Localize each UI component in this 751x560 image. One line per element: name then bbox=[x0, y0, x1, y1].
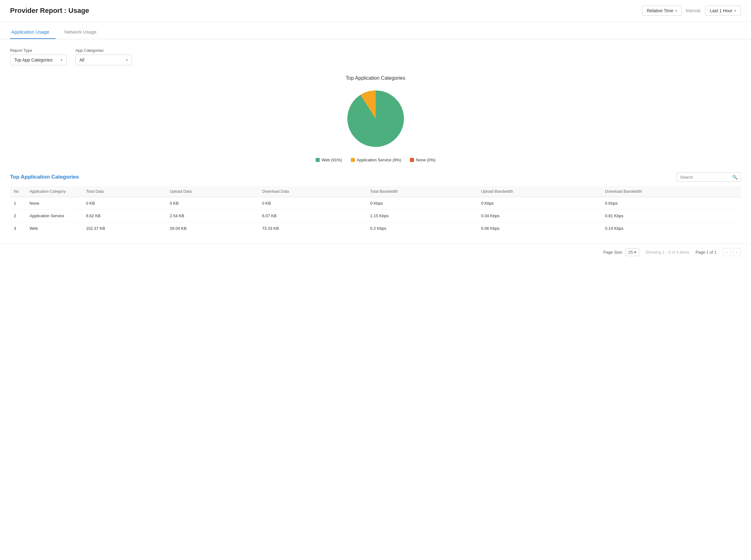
cell-download-bandwidth-0: 0 Kbps bbox=[601, 197, 741, 210]
relative-time-label: Relative Time bbox=[647, 8, 673, 13]
cell-no-1: 2 bbox=[10, 210, 26, 222]
page-header: Provider Report : Usage Relative Time ▾ … bbox=[0, 0, 751, 22]
table-row: 1 None 0 KB 0 KB 0 KB 0 Kbps 0 Kbps 0 Kb… bbox=[10, 197, 741, 210]
cell-upload-data-0: 0 KB bbox=[166, 197, 258, 210]
search-input[interactable] bbox=[680, 175, 730, 180]
cell-no-0: 1 bbox=[10, 197, 26, 210]
page-nav: ‹ › bbox=[723, 248, 741, 256]
chevron-down-icon: ▾ bbox=[675, 9, 677, 13]
cell-total-data-0: 0 KB bbox=[82, 197, 166, 210]
cell-category-1: Application Service bbox=[26, 210, 82, 222]
legend-color-web bbox=[316, 158, 320, 162]
cell-download-bandwidth-2: 0.14 Kbps bbox=[601, 222, 741, 235]
chevron-down-icon-4: ▾ bbox=[126, 58, 128, 62]
page-size-value: 25 bbox=[629, 250, 633, 255]
col-header-upload-data: Upload Data bbox=[166, 186, 258, 197]
table-head-row: No Application Category Total Data Uploa… bbox=[10, 186, 741, 197]
table-section: Top Application Categories 🔍 No Applicat… bbox=[10, 172, 741, 235]
report-type-filter: Report Type Top App Categories ▾ bbox=[10, 48, 66, 65]
pagination-bar: Page Size: 25 ▾ Showing 1 - 3 of 3 items… bbox=[0, 243, 751, 261]
legend-item-app-service: Application Service (9%) bbox=[351, 158, 401, 162]
col-header-no: No bbox=[10, 186, 26, 197]
page-size-label: Page Size: bbox=[603, 250, 623, 255]
app-categories-value: All bbox=[79, 57, 84, 62]
chart-title: Top Application Categories bbox=[346, 75, 405, 81]
legend-label-web: Web (91%) bbox=[322, 158, 342, 162]
cell-total-data-1: 8.62 KB bbox=[82, 210, 166, 222]
cell-total-bandwidth-2: 0.2 Kbps bbox=[367, 222, 477, 235]
col-header-upload-bandwidth: Upload Bandwidth bbox=[477, 186, 601, 197]
search-box[interactable]: 🔍 bbox=[677, 172, 741, 182]
cell-upload-bandwidth-1: 0.34 Kbps bbox=[477, 210, 601, 222]
page-size-select[interactable]: 25 ▾ bbox=[626, 248, 639, 256]
cell-upload-data-2: 29.04 KB bbox=[166, 222, 258, 235]
main-content: Report Type Top App Categories ▾ App Cat… bbox=[0, 39, 751, 243]
next-page-button[interactable]: › bbox=[733, 248, 741, 256]
app-categories-label: App Categories bbox=[75, 48, 132, 53]
interval-value: Last 1 Hour bbox=[710, 8, 732, 13]
app-categories-dropdown[interactable]: All ▾ bbox=[75, 55, 132, 65]
cell-download-data-1: 6.07 KB bbox=[258, 210, 366, 222]
chart-legend: Web (91%) Application Service (9%) None … bbox=[316, 158, 436, 162]
prev-page-button[interactable]: ‹ bbox=[723, 248, 731, 256]
report-type-value: Top App Categories bbox=[14, 57, 53, 62]
page-title: Provider Report : Usage bbox=[10, 6, 89, 15]
cell-download-bandwidth-1: 0.81 Kbps bbox=[601, 210, 741, 222]
report-type-label: Report Type bbox=[10, 48, 66, 53]
table-row: 2 Application Service 8.62 KB 2.54 KB 6.… bbox=[10, 210, 741, 222]
cell-total-bandwidth-1: 1.15 Kbps bbox=[367, 210, 477, 222]
legend-item-none: None (0%) bbox=[410, 158, 435, 162]
cell-upload-data-1: 2.54 KB bbox=[166, 210, 258, 222]
page-size-group: Page Size: 25 ▾ bbox=[603, 248, 639, 256]
legend-color-none bbox=[410, 158, 414, 162]
search-icon: 🔍 bbox=[732, 175, 737, 180]
page-label: Page 1 of 1 bbox=[696, 250, 717, 255]
pie-chart bbox=[344, 87, 407, 150]
col-header-download-bandwidth: Download Bandwidth bbox=[601, 186, 741, 197]
col-header-total-bandwidth: Total Bandwidth bbox=[367, 186, 477, 197]
chevron-down-icon-3: ▾ bbox=[61, 58, 62, 62]
legend-item-web: Web (91%) bbox=[316, 158, 342, 162]
col-header-category: Application Category bbox=[26, 186, 82, 197]
relative-time-dropdown[interactable]: Relative Time ▾ bbox=[642, 6, 682, 16]
tabs-bar: Application Usage Network Usage bbox=[0, 25, 751, 39]
cell-no-2: 3 bbox=[10, 222, 26, 235]
header-controls: Relative Time ▾ Interval: Last 1 Hour ▾ bbox=[642, 6, 741, 16]
cell-download-data-2: 73.33 KB bbox=[258, 222, 366, 235]
tab-application-usage[interactable]: Application Usage bbox=[10, 25, 56, 39]
cell-upload-bandwidth-0: 0 Kbps bbox=[477, 197, 601, 210]
chart-section: Top Application Categories Web (91%) App… bbox=[10, 75, 741, 162]
cell-category-0: None bbox=[26, 197, 82, 210]
table-row: 3 Web 102.37 KB 29.04 KB 73.33 KB 0.2 Kb… bbox=[10, 222, 741, 235]
interval-label: Interval: bbox=[686, 8, 701, 13]
data-table: No Application Category Total Data Uploa… bbox=[10, 186, 741, 235]
legend-color-app-service bbox=[351, 158, 355, 162]
table-section-title: Top Application Categories bbox=[10, 174, 79, 180]
cell-category-2: Web bbox=[26, 222, 82, 235]
cell-download-data-0: 0 KB bbox=[258, 197, 366, 210]
table-header-row: Top Application Categories 🔍 bbox=[10, 172, 741, 182]
interval-dropdown[interactable]: Last 1 Hour ▾ bbox=[705, 6, 741, 16]
cell-total-bandwidth-0: 0 Kbps bbox=[367, 197, 477, 210]
col-header-total-data: Total Data bbox=[82, 186, 166, 197]
legend-label-app-service: Application Service (9%) bbox=[357, 158, 401, 162]
col-header-download-data: Download Data bbox=[258, 186, 366, 197]
table-wrapper: No Application Category Total Data Uploa… bbox=[10, 186, 741, 235]
chevron-down-icon-2: ▾ bbox=[734, 9, 736, 13]
filter-row: Report Type Top App Categories ▾ App Cat… bbox=[10, 48, 741, 65]
report-type-dropdown[interactable]: Top App Categories ▾ bbox=[10, 55, 66, 65]
tab-network-usage[interactable]: Network Usage bbox=[63, 25, 103, 39]
legend-label-none: None (0%) bbox=[416, 158, 435, 162]
cell-upload-bandwidth-2: 0.06 Kbps bbox=[477, 222, 601, 235]
chevron-down-icon-5: ▾ bbox=[634, 250, 636, 255]
showing-text: Showing 1 - 3 of 3 items bbox=[646, 250, 689, 255]
cell-total-data-2: 102.37 KB bbox=[82, 222, 166, 235]
app-categories-filter: App Categories All ▾ bbox=[75, 48, 132, 65]
